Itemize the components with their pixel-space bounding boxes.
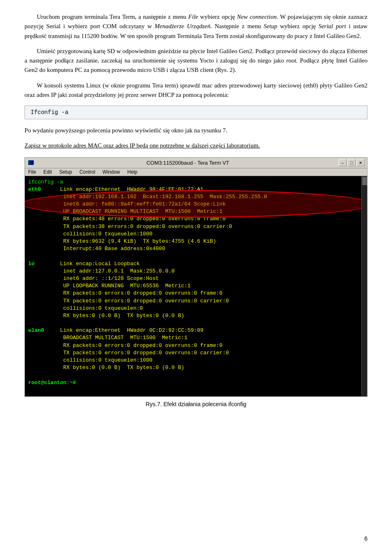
terminal-line-lo-7: collisions:0 txqueuelen:0 <box>28 305 364 312</box>
terminal-controls: – □ × <box>339 159 365 166</box>
code-block: Ifconfig -a <box>24 105 368 119</box>
terminal-app-icon: C: <box>27 159 35 166</box>
underline-note: Zapisz w protokole adres MAC oraz adres … <box>24 141 368 150</box>
menu-file[interactable]: File <box>27 169 38 175</box>
terminal-line-eth0-2: inet addr:192.168.1.102 Bcast:192.168.1.… <box>28 193 364 201</box>
svg-text:C:: C: <box>29 161 32 165</box>
terminal-title: COM3:115200baud - Tera Term VT <box>37 160 339 166</box>
terminal-body[interactable]: ifconfig -a eth0 Link encap:Ethernet HWa… <box>25 176 367 396</box>
figure-caption: Rys.7. Efekt działania polecenia ifconfi… <box>24 401 368 407</box>
terminal-menubar: File Edit Setup Control Window Help <box>25 168 367 176</box>
terminal-scrollbar[interactable] <box>361 176 367 396</box>
terminal-titlebar: C: COM3:115200baud - Tera Term VT – □ × <box>25 158 367 168</box>
terminal-line-lo-4: UP LOOPBACK RUNNING MTU:65536 Metric:1 <box>28 282 364 290</box>
paragraph-2: Umieść przygotowaną kartę SD w odpowiedn… <box>24 47 368 75</box>
minimize-button[interactable]: – <box>339 159 347 166</box>
terminal-line-blank2 <box>28 320 364 327</box>
terminal-line-cmd: ifconfig -a <box>28 179 364 186</box>
paragraph-4: Po wydaniu powyższego polecenia powinno … <box>24 126 368 135</box>
terminal-line-lo-6: TX packets:0 errors:0 dropped:0 overruns… <box>28 297 364 305</box>
close-button[interactable]: × <box>356 159 365 166</box>
menu-setup[interactable]: Setup <box>58 169 74 175</box>
terminal-line-blank3 <box>28 371 364 379</box>
terminal-line-wlan0-5: collisions:0 txqueuelen:1000 <box>28 357 364 364</box>
terminal-line-lo-1: lo Link encap:Local Loopback <box>28 260 364 268</box>
terminal-line-wlan0-6: RX bytes:0 (0.0 B) TX bytes:0 (0.0 B) <box>28 364 364 371</box>
terminal-line-lo-2: inet addr:127.0.0.1 Mask:255.0.0.0 <box>28 268 364 275</box>
menu-help[interactable]: Help <box>126 169 139 175</box>
menu-edit[interactable]: Edit <box>42 169 53 175</box>
terminal-line-wlan0-3: RX packets:0 errors:0 dropped:0 overruns… <box>28 342 364 349</box>
terminal-scrollbar-thumb[interactable] <box>362 177 367 185</box>
terminal-line-prompt: root@clanton:~# <box>28 379 364 387</box>
terminal-line-blank4 <box>28 387 364 394</box>
terminal-line-eth0-5: RX packets:48 errors:0 dropped:0 overrun… <box>28 215 364 223</box>
terminal-line-wlan0-1: wlan0 Link encap:Ethernet HWaddr 0C:D2:9… <box>28 327 364 334</box>
terminal-window: C: COM3:115200baud - Tera Term VT – □ × … <box>24 157 368 397</box>
paragraph-1: Uruchom program terminala Tera Term, a n… <box>24 12 368 41</box>
terminal-line-eth0-1: eth0 Link encap:Ethernet HWaddr 98:4F:EE… <box>28 186 364 193</box>
terminal-line-blank1 <box>28 253 364 260</box>
terminal-line-eth0-8: RX bytes:9632 (9.4 KiB) TX bytes:4755 (4… <box>28 238 364 245</box>
menu-window[interactable]: Window <box>101 169 122 175</box>
terminal-line-eth0-7: collisions:0 txqueuelen:1000 <box>28 230 364 238</box>
paragraph-3: W konsoli systemu Linux (w oknie program… <box>24 81 368 100</box>
terminal-line-lo-8: RX bytes:0 (0.0 B) TX bytes:0 (0.0 B) <box>28 312 364 320</box>
terminal-line-wlan0-2: BROADCAST MULTICAST MTU:1500 Metric:1 <box>28 334 364 342</box>
terminal-line-lo-3: inet6 addr: ::1/128 Scope:Host <box>28 275 364 282</box>
terminal-line-eth0-9: Interrupt:40 Base address:0x4000 <box>28 245 364 253</box>
terminal-line-wlan0-4: TX packets:0 errors:0 dropped:0 overruns… <box>28 349 364 357</box>
terminal-line-lo-5: RX packets:0 errors:0 dropped:0 overruns… <box>28 290 364 297</box>
maximize-button[interactable]: □ <box>347 159 356 166</box>
menu-control[interactable]: Control <box>78 169 97 175</box>
terminal-line-eth0-6: TX packets:38 errors:0 dropped:0 overrun… <box>28 223 364 230</box>
terminal-line-eth0-3: inet6 addr: fe80::9a4f:eeff:fe01:72a1/64… <box>28 201 364 208</box>
page-number: 6 <box>364 535 368 542</box>
terminal-line-eth0-4: UP BROADCAST RUNNING MULTICAST MTU:1500 … <box>28 208 364 215</box>
